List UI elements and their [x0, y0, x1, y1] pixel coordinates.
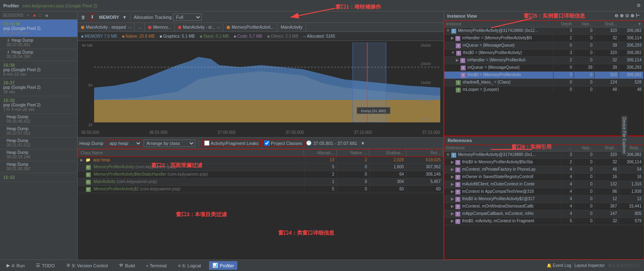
timeline-tab-4[interactable]: MainActivity - st... ◁: [175, 23, 223, 32]
layout-inspector-btn[interactable]: Layout Inspector: [574, 263, 605, 268]
ref-col-ref[interactable]: Reference: [444, 145, 562, 151]
instance-row-3[interactable]: f mQueue = {MessageQueue} 0 0 39 306,293: [444, 42, 644, 50]
instance-row-4[interactable]: ▼ f this$0 = {MemoryProfilerActivity} 3 …: [444, 50, 644, 57]
nav-next-icon[interactable]: ⊕: [620, 13, 624, 18]
add-session-btn[interactable]: +: [25, 13, 31, 18]
col-class-name[interactable]: Class Name: [78, 149, 304, 156]
status-tab-profiler[interactable]: 📊 Profiler: [209, 261, 237, 270]
group-row-app-heap[interactable]: ▶ 📁 app heap 13 2 2,028 619,025: [78, 157, 444, 164]
ref-row-3[interactable]: ▶ f mContext, mPrivateFactory in PhoneLa…: [444, 166, 644, 174]
instance-row-1[interactable]: ▼ i MemoryProfilerActivity@317418880 (0x…: [444, 27, 644, 35]
ref-col-shallow[interactable]: Shall...: [594, 145, 619, 151]
class-row-3[interactable]: C MainActivity (com.kejiyuanren.pop) 1 0…: [78, 178, 444, 186]
inst-col-native[interactable]: Nati...: [574, 21, 594, 27]
class-row-4[interactable]: C MemoryProfilerActivity$2 (com.kejiyuan…: [78, 186, 444, 193]
heap-dump-btn[interactable]: ⬇: [89, 14, 96, 20]
expand-2[interactable]: ▶: [451, 36, 454, 40]
project-classes-label[interactable]: Project Classes: [262, 140, 304, 147]
ref-row-2[interactable]: ▶ f this$0 in MemoryProfilerActivity$NoS…: [444, 159, 644, 166]
timeline-tab-5[interactable]: MemoryProfilerActivit...: [223, 23, 277, 32]
expand-ref-9[interactable]: ▶: [451, 211, 454, 216]
expand-ref-8[interactable]: ▶: [451, 204, 454, 208]
session-item-3[interactable]: 16:37 pop (Google Pixel 2) 36 sec: [0, 79, 77, 96]
expand-ref-5[interactable]: ▶: [451, 182, 454, 186]
ref-col-dots[interactable]: ...: [562, 145, 574, 151]
nav-back-icon[interactable]: ⊙: [625, 13, 629, 18]
event-log-btn[interactable]: 🔔 Event Log: [547, 263, 571, 268]
expand-ref-6[interactable]: ▶: [451, 189, 454, 194]
expand-ref-3[interactable]: ▶: [451, 167, 454, 172]
inst-col-shallow[interactable]: Shall...: [594, 21, 619, 27]
ref-row-7[interactable]: ▶ f this$0 in MemoryProfilerActivity$2@3…: [444, 196, 644, 203]
timeline-tab-2[interactable]: ...: [135, 23, 145, 32]
ref-row-4[interactable]: ▶ f mOwner in SavedStateRegistryControll…: [444, 174, 644, 181]
back-btn[interactable]: ◀: [44, 13, 49, 18]
heap-select[interactable]: app heap image heap zygote heap: [107, 140, 142, 147]
memory-dropdown-icon[interactable]: ▼: [122, 15, 127, 20]
col-native[interactable]: Native ...: [337, 149, 369, 156]
class-row-1[interactable]: C MemoryProfilerActivity (com.kejiyuanre…: [78, 164, 444, 171]
timeline-tab-6[interactable]: MainActivity: [277, 23, 306, 32]
instance-row-9[interactable]: f mLooper = {Looper} 0 0 48 48: [444, 86, 644, 93]
expand-icon[interactable]: ▶: [80, 158, 84, 162]
ref-row-5[interactable]: ▶ f mAutofillClient, mOuterContext in Co…: [444, 181, 644, 188]
nav-forward-icon[interactable]: ⊗: [630, 13, 634, 18]
expand-4[interactable]: ▼: [451, 50, 455, 55]
timeline-tab-3[interactable]: Memory...: [145, 23, 175, 32]
close-icon-4[interactable]: ◁: [216, 25, 220, 29]
class-row-2[interactable]: C MemoryProfilerActivity$NoStaticHandler…: [78, 171, 444, 178]
ref-row-8[interactable]: ▶ f mContext, mOnWindowDismissedCallb 4 …: [444, 203, 644, 210]
session-item[interactable]: 16:46 pop (Google Pixel 2) 43 min 50 sec: [0, 20, 77, 37]
arrange-select[interactable]: Arrange by class Arrange by callstack Ar…: [144, 140, 195, 147]
stop-session-btn[interactable]: ■: [32, 13, 36, 18]
heap-dump-item-6[interactable]: Heap Dump 00:02:18.146: [0, 149, 77, 161]
session-item-4[interactable]: 15:32 pop (Google Pixel 2) 1 hr 4 min 26…: [0, 96, 77, 114]
gear-icon[interactable]: ⚙: [637, 3, 641, 8]
instance-row-7[interactable]: f this$0 = {MemoryProfilerActiv 3 0 320 …: [444, 72, 644, 79]
expand-ref-2[interactable]: ▶: [451, 160, 454, 164]
instance-row-8[interactable]: f shadow$_klass_ = {Class} 0 0 124 528: [444, 79, 644, 86]
heap-dump-item-3[interactable]: Heap Dump 00:35:48.432: [0, 114, 77, 126]
expand-ref-7[interactable]: ▶: [451, 196, 454, 201]
heap-dump-item-4[interactable]: Heap Dump 00:22:57.051: [0, 126, 77, 138]
expand-ref-4[interactable]: ▶: [451, 174, 454, 179]
activity-leaks-label[interactable]: Activity/Fragment Leaks: [202, 140, 261, 147]
nav-prev-icon[interactable]: ⊖: [615, 13, 618, 18]
allocation-select[interactable]: Full Sampled None: [173, 14, 202, 21]
instance-row-5[interactable]: ▶ f mHandler = {MemoryProfilerActi 2 0 3…: [444, 57, 644, 64]
ref-row-6[interactable]: ▶ f mContext in AppCompatTextView@318 4 …: [444, 188, 644, 196]
ref-col-native[interactable]: Nati...: [574, 145, 594, 151]
col-retained[interactable]: Ret...: [406, 149, 443, 156]
ref-row-1[interactable]: ▼ i MemoryProfilerActivity@317418880 (0x…: [444, 151, 644, 159]
inst-col-dots[interactable]: ... ▼: [619, 21, 644, 27]
status-tab-vcs[interactable]: ⑨ 9: Version Control: [63, 261, 111, 270]
session-item-5[interactable]: 15:32: [0, 173, 77, 182]
heap-dump-item-5[interactable]: Heap Dump 00:21:41.512: [0, 138, 77, 149]
status-tab-run[interactable]: ▶ 4: Run: [3, 261, 28, 270]
inst-col-depth[interactable]: Depth: [554, 21, 574, 27]
col-shallow[interactable]: Shallow...: [369, 149, 406, 156]
status-tab-build[interactable]: ⚒ Build: [116, 261, 138, 270]
chart-area[interactable]: 96 MB 64 32: [78, 41, 444, 129]
device-file-explorer[interactable]: Device File Explorer: [621, 115, 627, 155]
activity-leaks-checkbox[interactable]: [204, 140, 209, 146]
ref-row-9[interactable]: ▶ f mAppCompatCallback, mContext, mHo 4 …: [444, 210, 644, 218]
expand-ref-10[interactable]: ▶: [451, 219, 454, 223]
filter-icon[interactable]: ▼: [360, 141, 365, 146]
timeline-tab-1[interactable]: MainActivity - stopped ◁: [78, 23, 135, 32]
ref-row-10[interactable]: ▶ f this$0, mActivity, mContext in Fragm…: [444, 218, 644, 225]
session-item-2[interactable]: 16:38 pop (Google Pixel 2) 6 min 19 sec: [0, 61, 77, 79]
minimize-btn[interactable]: □: [38, 13, 42, 18]
instance-row-2[interactable]: ▶ f mHandler = {MemoryProfilerActivity$N…: [444, 35, 644, 42]
status-tab-terminal[interactable]: ▪ Terminal: [143, 262, 170, 270]
expand-1[interactable]: ▼: [446, 28, 450, 33]
instance-row-6[interactable]: f mQueue = {MessageQueue} 0 39 39 306,29…: [444, 64, 644, 72]
col-alloc[interactable]: Allocati...: [304, 149, 337, 156]
project-classes-checkbox[interactable]: [264, 140, 270, 146]
status-tab-logcat[interactable]: ≡ 6: Logcat: [175, 262, 204, 270]
heap-dump-item-7[interactable]: Heap Dump 00:01:30.397: [0, 161, 77, 173]
inst-col-instance[interactable]: Instance: [444, 21, 554, 27]
close-icon-1[interactable]: ◁: [128, 25, 131, 29]
status-tab-todo[interactable]: ☰ TODO: [33, 261, 58, 270]
nav-last-icon[interactable]: ⊢: [636, 13, 640, 18]
